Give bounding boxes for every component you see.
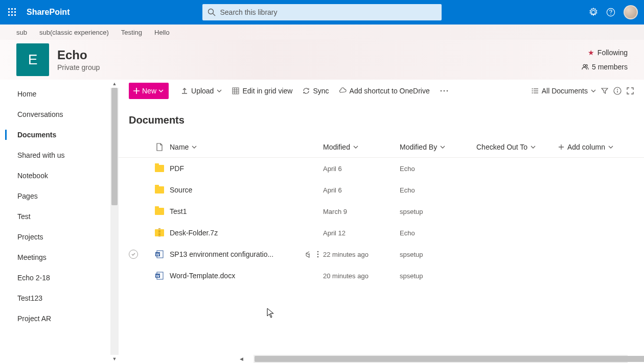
scroll-thumb-h[interactable] (255, 356, 644, 362)
nav-item[interactable]: Echo 2-18 (0, 268, 119, 288)
site-logo[interactable]: E (16, 43, 49, 76)
site-nav-link[interactable]: sub (16, 29, 27, 36)
site-title[interactable]: Echo (57, 48, 100, 62)
app-launcher[interactable] (0, 0, 25, 25)
file-name[interactable]: Source (170, 186, 192, 194)
cell-modified-by[interactable]: spsetup (400, 208, 476, 215)
members-button[interactable]: 5 members (582, 63, 628, 71)
file-icon (156, 143, 163, 151)
nav-item[interactable]: Test123 (0, 288, 119, 308)
nav-item[interactable]: Notebook (0, 165, 119, 186)
following-label: Following (597, 49, 628, 57)
row-select[interactable] (129, 250, 138, 259)
svg-rect-0 (8, 8, 10, 10)
scroll-thumb[interactable] (111, 88, 118, 205)
column-name[interactable]: Name (170, 143, 323, 151)
cell-modified-by[interactable]: spsetup (400, 272, 476, 280)
file-name[interactable]: Test1 (170, 207, 187, 215)
file-name[interactable]: PDF (170, 164, 184, 173)
site-nav-link[interactable]: Testing (121, 29, 142, 36)
more-button[interactable] (435, 90, 453, 92)
word-icon: W (155, 250, 164, 259)
scroll-up-icon[interactable]: ▲ (110, 80, 119, 88)
nav-item[interactable]: Pages (0, 186, 119, 206)
column-type[interactable] (149, 143, 170, 151)
add-shortcut-button[interactable]: Add shortcut to OneDrive (334, 87, 435, 95)
svg-text:W: W (156, 253, 159, 256)
user-avatar[interactable] (624, 5, 638, 19)
settings-icon[interactable] (589, 8, 598, 17)
share-icon[interactable] (305, 251, 312, 258)
cell-modified: April 12 (323, 229, 400, 237)
edit-grid-button[interactable]: Edit in grid view (227, 87, 297, 95)
nav-item[interactable]: Home (0, 84, 119, 104)
scroll-left-icon[interactable]: ◀ (237, 355, 245, 363)
table-row[interactable]: Desk-Folder.7zApril 12Echo (119, 222, 644, 244)
cell-modified-by[interactable]: Echo (400, 165, 476, 173)
more-icon[interactable] (317, 251, 319, 258)
sync-button[interactable]: Sync (297, 87, 334, 95)
site-nav-link[interactable]: Hello (154, 29, 170, 36)
chevron-down-icon (608, 144, 613, 150)
nav-item[interactable]: Documents (0, 125, 119, 145)
folder-icon (155, 208, 164, 215)
file-name[interactable]: Desk-Folder.7z (170, 229, 218, 237)
sync-icon (303, 87, 310, 94)
nav-item[interactable]: Conversations (0, 104, 119, 125)
scroll-down-icon[interactable]: ▼ (110, 355, 119, 363)
table-row[interactable]: PDFApril 6Echo (119, 158, 644, 179)
search-box[interactable] (202, 4, 442, 20)
chevron-down-icon (192, 144, 197, 150)
svg-rect-5 (14, 11, 16, 13)
content-scrollbar-h[interactable]: ◀ ▶ (237, 355, 644, 363)
table-row[interactable]: Test1March 9spsetup (119, 201, 644, 222)
upload-button[interactable]: Upload (176, 87, 227, 95)
site-nav-link[interactable]: sub(classic experience) (39, 29, 109, 36)
left-nav-scrollbar[interactable]: ▲ ▼ (110, 80, 119, 363)
file-name[interactable]: Word-Template.docx (170, 272, 235, 280)
file-name[interactable]: SP13 environment configuratio... (170, 250, 273, 258)
add-column-button[interactable]: Add column (558, 143, 625, 151)
table-row[interactable]: WWord-Template.docx20 minutes agospsetup (119, 265, 644, 286)
table-row[interactable]: WSP13 environment configuratio...22 minu… (119, 244, 644, 265)
svg-point-12 (610, 14, 611, 15)
edit-grid-label: Edit in grid view (242, 87, 292, 95)
table-row[interactable]: SourceApril 6Echo (119, 179, 644, 201)
cell-modified-by[interactable]: spsetup (400, 251, 476, 258)
word-icon: W (155, 271, 164, 280)
nav-item[interactable]: Meetings (0, 247, 119, 268)
nav-item[interactable]: Projects (0, 227, 119, 247)
brand-label[interactable]: SharePoint (27, 8, 70, 17)
cell-modified-by[interactable]: Echo (400, 229, 476, 237)
cell-modified: March 9 (323, 208, 400, 215)
search-input[interactable] (220, 8, 436, 16)
chevron-down-icon (353, 144, 358, 150)
help-icon[interactable] (606, 8, 615, 17)
nav-item[interactable]: Test (0, 206, 119, 227)
zip-icon (155, 229, 164, 236)
column-modified-by[interactable]: Modified By (400, 143, 476, 151)
expand-icon[interactable] (627, 87, 634, 94)
svg-rect-7 (11, 14, 13, 16)
nav-item[interactable]: Shared with us (0, 145, 119, 165)
view-selector[interactable]: All Documents (532, 87, 596, 95)
chevron-down-icon (531, 144, 536, 150)
chevron-down-icon (217, 88, 222, 93)
view-label: All Documents (542, 87, 588, 95)
info-icon[interactable] (613, 87, 622, 95)
nav-item[interactable]: Project AR (0, 308, 119, 329)
search-icon (208, 8, 216, 16)
chevron-down-icon (440, 144, 445, 150)
svg-point-13 (583, 64, 585, 66)
svg-rect-3 (8, 11, 10, 13)
filter-icon[interactable] (601, 87, 608, 94)
upload-label: Upload (191, 87, 214, 95)
cell-modified-by[interactable]: Echo (400, 186, 476, 194)
chevron-down-icon (158, 88, 164, 93)
new-button[interactable]: New (129, 83, 169, 99)
column-modified[interactable]: Modified (323, 143, 400, 151)
column-checked-out[interactable]: Checked Out To (476, 143, 558, 151)
site-nav: sub sub(classic experience) Testing Hell… (0, 25, 644, 40)
following-button[interactable]: ★ Following (588, 49, 628, 57)
cell-modified: April 6 (323, 186, 400, 194)
